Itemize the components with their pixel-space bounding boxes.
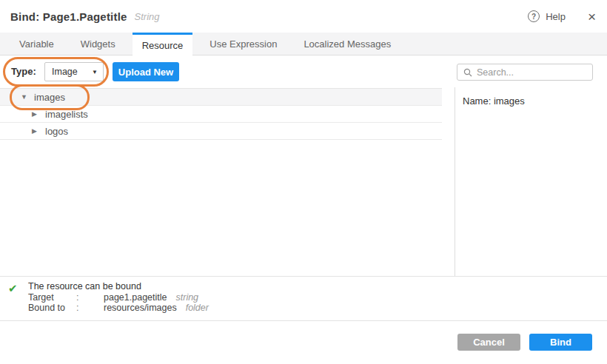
tab-widgets[interactable]: Widgets xyxy=(71,33,125,55)
dialog-title: Bind: Page1.Pagetitle xyxy=(10,10,127,23)
status-value: page1.pagetitle xyxy=(104,292,167,303)
tree-item-label: images xyxy=(34,92,65,103)
status-value: resources/images xyxy=(104,303,177,313)
tree-item-label: logos xyxy=(45,126,68,137)
status-message: The resource can be bound xyxy=(28,281,141,291)
status-row-bound-to: Bound to : resources/images folder xyxy=(0,303,607,313)
dialog-header: Bind: Page1.Pagetitle String ? Help × xyxy=(0,0,607,33)
tree-item-logos[interactable]: ▶ logos xyxy=(0,123,442,140)
caret-right-icon[interactable]: ▶ xyxy=(32,110,39,118)
upload-new-button[interactable]: Upload New xyxy=(113,62,179,81)
tree-item-imagelists[interactable]: ▶ imagelists xyxy=(0,106,442,123)
status-label: Bound to xyxy=(28,303,65,313)
close-icon[interactable]: × xyxy=(588,10,596,24)
tab-use-expression[interactable]: Use Expression xyxy=(200,33,286,55)
search-box xyxy=(457,64,593,81)
status-colon: : xyxy=(76,303,78,313)
status-label: Target xyxy=(28,292,54,303)
tree-item-images[interactable]: ▼ images xyxy=(0,89,442,106)
status-value-type: folder xyxy=(186,303,209,313)
search-input[interactable] xyxy=(477,67,588,78)
dialog-title-type: String xyxy=(135,11,160,22)
type-dropdown[interactable]: Image ▼ xyxy=(44,62,104,81)
tab-localized-messages[interactable]: Localized Messages xyxy=(294,33,400,55)
type-label: Type: xyxy=(11,62,36,81)
tab-resource[interactable]: Resource xyxy=(133,33,193,55)
type-dropdown-value: Image xyxy=(52,67,78,77)
selected-resource-name: Name: images xyxy=(463,95,525,107)
status-divider xyxy=(0,276,607,277)
panel-divider xyxy=(455,87,455,276)
status-row-target: Target : page1.pagetitle string xyxy=(0,292,607,303)
cancel-button[interactable]: Cancel xyxy=(457,334,520,351)
caret-down-icon[interactable]: ▼ xyxy=(21,93,28,101)
bind-button[interactable]: Bind xyxy=(529,334,592,351)
status-colon: : xyxy=(76,292,78,303)
help-link[interactable]: Help xyxy=(546,11,566,22)
tab-bar: Variable Widgets Resource Use Expression… xyxy=(0,33,607,55)
header-actions: ? Help × xyxy=(528,0,596,33)
status-value-type: string xyxy=(176,292,199,303)
resource-tree: ▼ images ▶ imagelists ▶ logos xyxy=(0,88,442,140)
bind-dialog: Bind: Page1.Pagetitle String ? Help × Va… xyxy=(0,0,607,364)
search-icon xyxy=(463,68,472,77)
help-icon[interactable]: ? xyxy=(528,10,540,22)
footer-divider xyxy=(0,320,607,321)
caret-right-icon[interactable]: ▶ xyxy=(32,127,39,135)
chevron-down-icon: ▼ xyxy=(92,69,98,75)
tree-item-label: imagelists xyxy=(45,109,88,120)
tab-variable[interactable]: Variable xyxy=(10,33,64,55)
